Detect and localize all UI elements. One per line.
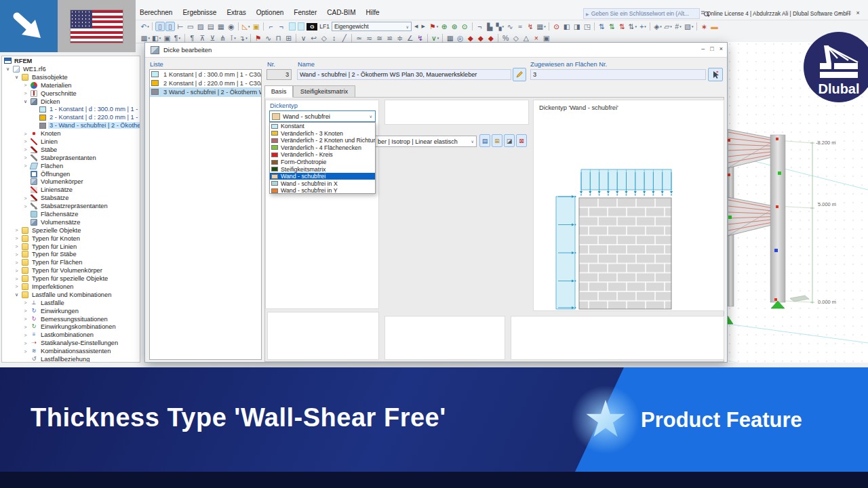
toolbar-button[interactable]: ⊼ — [197, 33, 207, 43]
minimize-button[interactable]: – — [838, 9, 842, 16]
toolbar-button[interactable]: ⇅ — [597, 22, 607, 31]
tree-item[interactable]: >↻Einwirkungen — [2, 307, 140, 315]
tree-item[interactable]: Öffnungen — [2, 170, 140, 178]
chevron-icon[interactable]: > — [22, 308, 28, 313]
chevron-icon[interactable]: > — [14, 236, 20, 241]
tree-item[interactable]: 3 - Wand - schubfrei | 2 - Ökotherm WS P — [2, 121, 140, 129]
dialog-titlebar[interactable]: Dicke bearbeiten — [145, 43, 727, 58]
toolbar-button[interactable]: △ — [521, 33, 531, 43]
toolbar-button[interactable]: ⇅▾ — [628, 22, 637, 31]
toolbar-button[interactable]: ⊛ — [450, 22, 459, 31]
tree-item[interactable]: 2 - Konstant | d : 220.0 mm | 1 - C30/37 — [2, 113, 140, 121]
toolbar-button[interactable]: ∿ — [264, 33, 273, 43]
toolbar-button[interactable]: ≈ — [515, 22, 525, 31]
tree-item[interactable]: >Typen für spezielle Objekte — [2, 274, 140, 283]
chevron-icon[interactable]: > — [14, 228, 20, 232]
toolbar-button[interactable]: ◎ — [456, 33, 465, 43]
tree-item[interactable]: ∨Dicken — [2, 98, 140, 106]
menu-item[interactable]: Ergebnisse — [182, 9, 216, 16]
chevron-icon[interactable]: > — [22, 349, 28, 354]
tree-item[interactable]: >Typen für Flächen — [2, 258, 140, 266]
dropdown-option[interactable]: Veränderlich - Kreis — [270, 151, 375, 159]
toolbar-button[interactable]: ↶▾ — [140, 22, 150, 31]
toolbar-button[interactable]: #▾ — [673, 22, 683, 31]
toolbar-button[interactable]: ∗ — [699, 22, 709, 31]
dialog-minimize-button[interactable]: – — [701, 45, 705, 52]
tab-steifigkeitsmatrix[interactable]: Steifigkeitsmatrix — [293, 85, 355, 98]
toolbar-button[interactable]: ▦ — [216, 22, 226, 31]
toolbar-button[interactable]: ▨ — [196, 22, 205, 31]
toolbar-button[interactable]: ▤ — [206, 22, 216, 31]
load-case-combobox[interactable]: Eigengewicht ∨ — [332, 22, 412, 31]
dropdown-option[interactable]: Veränderlich - 4 Flächenecken — [270, 144, 375, 152]
tree-item[interactable]: >Typen für Knoten — [2, 235, 140, 243]
tree-item[interactable]: ∨Lastfälle und Kombinationen — [2, 291, 140, 299]
tree-item[interactable]: >Stabsätze — [2, 194, 140, 202]
chevron-icon[interactable]: > — [22, 155, 28, 160]
chevron-icon[interactable]: > — [22, 325, 28, 329]
chevron-icon[interactable]: > — [22, 341, 28, 346]
toolbar-button[interactable]: ¶ — [187, 33, 197, 43]
dialog-maximize-button[interactable]: □ — [710, 45, 713, 52]
tree-item[interactable]: >Stabrepräsentanten — [2, 154, 140, 162]
toolbar-button[interactable]: ↕ — [330, 33, 339, 43]
toolbar-button[interactable]: ≅ — [375, 33, 384, 43]
dropdown-option[interactable]: Veränderlich - 3 Knoten — [270, 130, 375, 138]
material-combobox[interactable]: ber | Isotrop | Linear elastisch ∨ — [375, 136, 477, 147]
chevron-icon[interactable]: ∨ — [14, 75, 20, 80]
toolbar-button[interactable]: ¶▾ — [172, 33, 182, 43]
tree-item[interactable]: >Stabsatzrepräsentanten — [2, 202, 140, 210]
toolbar-button[interactable]: ▣ — [252, 22, 261, 31]
tree-item[interactable]: >Flächen — [2, 162, 140, 170]
toolbar-button[interactable]: ▬ — [709, 22, 719, 31]
toolbar-button[interactable]: ▭ — [186, 22, 195, 31]
tree-item[interactable]: >↻Bemessungssituationen — [2, 315, 140, 323]
next-load-case-button[interactable]: ▶ — [421, 24, 425, 29]
tree-item[interactable]: >Linien — [2, 138, 140, 146]
restore-button[interactable]: □ — [847, 9, 850, 16]
toolbar-button[interactable]: ▙ — [485, 22, 494, 31]
delete-material-button[interactable]: ⊠ — [516, 134, 527, 147]
dropdown-option[interactable]: Konstant — [270, 123, 375, 130]
toolbar-button[interactable]: ▯ — [155, 22, 165, 31]
toolbar-button[interactable]: +▾ — [638, 22, 648, 31]
tree-item[interactable]: >Stäbe — [2, 146, 140, 154]
name-field[interactable]: Wand - schubfrei | 2 - Ökotherm WS Plan … — [297, 69, 511, 80]
dialog-close-button[interactable]: × — [719, 45, 723, 52]
toolbar-button[interactable]: ⊕ — [439, 22, 449, 31]
dropdown-option[interactable]: Wand - schubfrei in X — [270, 180, 375, 187]
toolbar-button[interactable]: ▧▾ — [684, 22, 694, 31]
material-library-button[interactable]: ▤ — [479, 134, 490, 147]
chevron-icon[interactable]: > — [22, 139, 28, 144]
toolbar-button[interactable]: ≑ — [395, 33, 405, 43]
toolbar-button[interactable]: ∠ — [406, 33, 415, 43]
toolbar-button[interactable]: % — [501, 33, 511, 43]
tree-item[interactable]: >Materialien — [2, 81, 140, 89]
toolbar-button[interactable]: ▦▾ — [140, 33, 151, 43]
thickness-list-item[interactable]: 3Wand - schubfrei | 2 - Ökotherm WS Plan — [150, 87, 261, 96]
toolbar-button[interactable]: ⊙ — [460, 22, 469, 31]
toolbar-button[interactable]: ↯ — [526, 22, 535, 31]
dropdown-option[interactable]: Form-Orthotropie — [270, 159, 375, 166]
thickness-list[interactable]: 1Konstant | d : 300.0 mm | 1 - C30/372Ko… — [149, 69, 262, 360]
close-button[interactable]: × — [856, 9, 859, 16]
tree-item[interactable]: >⊥Lastfälle — [2, 299, 140, 307]
tree-item[interactable]: ∨WE1.rf6 — [2, 65, 140, 73]
toolbar-button[interactable]: ⚑ — [254, 33, 263, 43]
toolbar-button[interactable]: ◇ — [319, 33, 329, 43]
toolbar-button[interactable]: ⊙ — [552, 22, 561, 31]
menu-item[interactable]: Hilfe — [366, 9, 379, 16]
new-material-button[interactable]: ⊞ — [492, 134, 502, 147]
chevron-icon[interactable]: > — [14, 252, 20, 257]
chevron-icon[interactable]: > — [14, 284, 20, 289]
menu-item[interactable]: Optionen — [256, 9, 284, 16]
toolbar-button[interactable]: ≂ — [365, 33, 374, 43]
menu-item[interactable]: Extras — [226, 9, 245, 16]
toolbar-button[interactable]: ◈▾ — [653, 22, 663, 31]
tree-item[interactable]: >↻Einwirkungskombinationen — [2, 323, 140, 331]
toolbar-button[interactable]: ╱ — [340, 33, 349, 43]
navigator-root[interactable]: RFEM — [2, 56, 140, 65]
toolbar-button[interactable]: ⌐ — [267, 22, 276, 31]
toolbar-button[interactable]: ◆ — [486, 33, 496, 43]
toolbar-button[interactable]: ▱▾ — [663, 22, 673, 31]
